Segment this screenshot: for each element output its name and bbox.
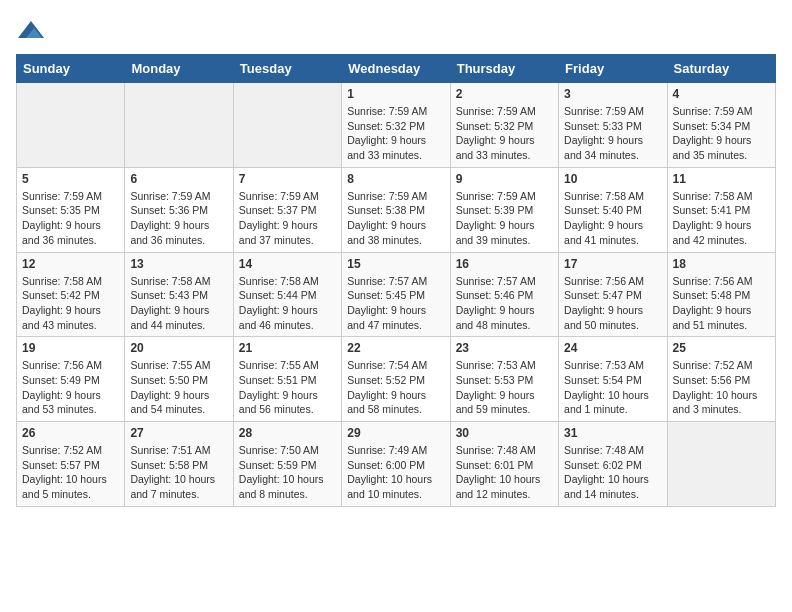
calendar-table: SundayMondayTuesdayWednesdayThursdayFrid… bbox=[16, 54, 776, 507]
calendar-cell: 23Sunrise: 7:53 AM Sunset: 5:53 PM Dayli… bbox=[450, 337, 558, 422]
weekday-header-row: SundayMondayTuesdayWednesdayThursdayFrid… bbox=[17, 55, 776, 83]
day-number: 29 bbox=[347, 426, 444, 440]
day-info: Sunrise: 7:59 AM Sunset: 5:34 PM Dayligh… bbox=[673, 104, 770, 163]
calendar-week-4: 19Sunrise: 7:56 AM Sunset: 5:49 PM Dayli… bbox=[17, 337, 776, 422]
day-number: 4 bbox=[673, 87, 770, 101]
day-number: 25 bbox=[673, 341, 770, 355]
day-info: Sunrise: 7:51 AM Sunset: 5:58 PM Dayligh… bbox=[130, 443, 227, 502]
calendar-cell: 17Sunrise: 7:56 AM Sunset: 5:47 PM Dayli… bbox=[559, 252, 667, 337]
calendar-cell: 9Sunrise: 7:59 AM Sunset: 5:39 PM Daylig… bbox=[450, 167, 558, 252]
day-number: 15 bbox=[347, 257, 444, 271]
day-info: Sunrise: 7:59 AM Sunset: 5:38 PM Dayligh… bbox=[347, 189, 444, 248]
day-info: Sunrise: 7:58 AM Sunset: 5:41 PM Dayligh… bbox=[673, 189, 770, 248]
day-number: 14 bbox=[239, 257, 336, 271]
weekday-header-monday: Monday bbox=[125, 55, 233, 83]
calendar-cell: 24Sunrise: 7:53 AM Sunset: 5:54 PM Dayli… bbox=[559, 337, 667, 422]
day-info: Sunrise: 7:59 AM Sunset: 5:39 PM Dayligh… bbox=[456, 189, 553, 248]
calendar-cell: 4Sunrise: 7:59 AM Sunset: 5:34 PM Daylig… bbox=[667, 83, 775, 168]
weekday-header-saturday: Saturday bbox=[667, 55, 775, 83]
day-number: 23 bbox=[456, 341, 553, 355]
day-info: Sunrise: 7:59 AM Sunset: 5:35 PM Dayligh… bbox=[22, 189, 119, 248]
day-number: 7 bbox=[239, 172, 336, 186]
day-number: 17 bbox=[564, 257, 661, 271]
day-info: Sunrise: 7:59 AM Sunset: 5:32 PM Dayligh… bbox=[347, 104, 444, 163]
day-number: 18 bbox=[673, 257, 770, 271]
day-info: Sunrise: 7:59 AM Sunset: 5:33 PM Dayligh… bbox=[564, 104, 661, 163]
calendar-cell bbox=[125, 83, 233, 168]
calendar-cell: 12Sunrise: 7:58 AM Sunset: 5:42 PM Dayli… bbox=[17, 252, 125, 337]
day-info: Sunrise: 7:59 AM Sunset: 5:37 PM Dayligh… bbox=[239, 189, 336, 248]
calendar-cell: 25Sunrise: 7:52 AM Sunset: 5:56 PM Dayli… bbox=[667, 337, 775, 422]
day-number: 19 bbox=[22, 341, 119, 355]
day-number: 8 bbox=[347, 172, 444, 186]
weekday-header-friday: Friday bbox=[559, 55, 667, 83]
calendar-week-5: 26Sunrise: 7:52 AM Sunset: 5:57 PM Dayli… bbox=[17, 422, 776, 507]
calendar-cell: 14Sunrise: 7:58 AM Sunset: 5:44 PM Dayli… bbox=[233, 252, 341, 337]
calendar-cell: 11Sunrise: 7:58 AM Sunset: 5:41 PM Dayli… bbox=[667, 167, 775, 252]
calendar-cell: 10Sunrise: 7:58 AM Sunset: 5:40 PM Dayli… bbox=[559, 167, 667, 252]
day-number: 28 bbox=[239, 426, 336, 440]
day-info: Sunrise: 7:56 AM Sunset: 5:47 PM Dayligh… bbox=[564, 274, 661, 333]
calendar-cell bbox=[17, 83, 125, 168]
calendar-cell: 30Sunrise: 7:48 AM Sunset: 6:01 PM Dayli… bbox=[450, 422, 558, 507]
calendar-cell: 8Sunrise: 7:59 AM Sunset: 5:38 PM Daylig… bbox=[342, 167, 450, 252]
day-number: 1 bbox=[347, 87, 444, 101]
day-number: 10 bbox=[564, 172, 661, 186]
calendar-cell: 20Sunrise: 7:55 AM Sunset: 5:50 PM Dayli… bbox=[125, 337, 233, 422]
day-info: Sunrise: 7:54 AM Sunset: 5:52 PM Dayligh… bbox=[347, 358, 444, 417]
day-info: Sunrise: 7:57 AM Sunset: 5:46 PM Dayligh… bbox=[456, 274, 553, 333]
day-info: Sunrise: 7:48 AM Sunset: 6:02 PM Dayligh… bbox=[564, 443, 661, 502]
weekday-header-tuesday: Tuesday bbox=[233, 55, 341, 83]
calendar-cell: 6Sunrise: 7:59 AM Sunset: 5:36 PM Daylig… bbox=[125, 167, 233, 252]
day-number: 30 bbox=[456, 426, 553, 440]
day-info: Sunrise: 7:56 AM Sunset: 5:48 PM Dayligh… bbox=[673, 274, 770, 333]
calendar-cell: 19Sunrise: 7:56 AM Sunset: 5:49 PM Dayli… bbox=[17, 337, 125, 422]
calendar-cell: 1Sunrise: 7:59 AM Sunset: 5:32 PM Daylig… bbox=[342, 83, 450, 168]
day-info: Sunrise: 7:55 AM Sunset: 5:51 PM Dayligh… bbox=[239, 358, 336, 417]
weekday-header-thursday: Thursday bbox=[450, 55, 558, 83]
page-header bbox=[16, 16, 776, 46]
day-info: Sunrise: 7:53 AM Sunset: 5:54 PM Dayligh… bbox=[564, 358, 661, 417]
day-number: 22 bbox=[347, 341, 444, 355]
day-number: 11 bbox=[673, 172, 770, 186]
calendar-cell: 29Sunrise: 7:49 AM Sunset: 6:00 PM Dayli… bbox=[342, 422, 450, 507]
day-number: 31 bbox=[564, 426, 661, 440]
calendar-week-2: 5Sunrise: 7:59 AM Sunset: 5:35 PM Daylig… bbox=[17, 167, 776, 252]
day-number: 3 bbox=[564, 87, 661, 101]
calendar-cell: 13Sunrise: 7:58 AM Sunset: 5:43 PM Dayli… bbox=[125, 252, 233, 337]
day-number: 20 bbox=[130, 341, 227, 355]
day-info: Sunrise: 7:59 AM Sunset: 5:32 PM Dayligh… bbox=[456, 104, 553, 163]
day-number: 27 bbox=[130, 426, 227, 440]
calendar-cell: 28Sunrise: 7:50 AM Sunset: 5:59 PM Dayli… bbox=[233, 422, 341, 507]
calendar-cell: 18Sunrise: 7:56 AM Sunset: 5:48 PM Dayli… bbox=[667, 252, 775, 337]
calendar-week-1: 1Sunrise: 7:59 AM Sunset: 5:32 PM Daylig… bbox=[17, 83, 776, 168]
day-number: 9 bbox=[456, 172, 553, 186]
logo bbox=[16, 16, 50, 46]
day-info: Sunrise: 7:49 AM Sunset: 6:00 PM Dayligh… bbox=[347, 443, 444, 502]
day-info: Sunrise: 7:55 AM Sunset: 5:50 PM Dayligh… bbox=[130, 358, 227, 417]
calendar-cell: 3Sunrise: 7:59 AM Sunset: 5:33 PM Daylig… bbox=[559, 83, 667, 168]
calendar-cell: 26Sunrise: 7:52 AM Sunset: 5:57 PM Dayli… bbox=[17, 422, 125, 507]
day-info: Sunrise: 7:58 AM Sunset: 5:43 PM Dayligh… bbox=[130, 274, 227, 333]
day-info: Sunrise: 7:52 AM Sunset: 5:56 PM Dayligh… bbox=[673, 358, 770, 417]
weekday-header-sunday: Sunday bbox=[17, 55, 125, 83]
day-info: Sunrise: 7:58 AM Sunset: 5:42 PM Dayligh… bbox=[22, 274, 119, 333]
day-number: 24 bbox=[564, 341, 661, 355]
calendar-cell: 22Sunrise: 7:54 AM Sunset: 5:52 PM Dayli… bbox=[342, 337, 450, 422]
day-info: Sunrise: 7:52 AM Sunset: 5:57 PM Dayligh… bbox=[22, 443, 119, 502]
day-number: 16 bbox=[456, 257, 553, 271]
calendar-cell: 31Sunrise: 7:48 AM Sunset: 6:02 PM Dayli… bbox=[559, 422, 667, 507]
calendar-cell: 21Sunrise: 7:55 AM Sunset: 5:51 PM Dayli… bbox=[233, 337, 341, 422]
day-info: Sunrise: 7:57 AM Sunset: 5:45 PM Dayligh… bbox=[347, 274, 444, 333]
calendar-cell: 27Sunrise: 7:51 AM Sunset: 5:58 PM Dayli… bbox=[125, 422, 233, 507]
day-number: 2 bbox=[456, 87, 553, 101]
calendar-cell bbox=[233, 83, 341, 168]
day-number: 12 bbox=[22, 257, 119, 271]
day-number: 21 bbox=[239, 341, 336, 355]
day-info: Sunrise: 7:58 AM Sunset: 5:40 PM Dayligh… bbox=[564, 189, 661, 248]
calendar-cell bbox=[667, 422, 775, 507]
day-number: 26 bbox=[22, 426, 119, 440]
day-info: Sunrise: 7:56 AM Sunset: 5:49 PM Dayligh… bbox=[22, 358, 119, 417]
day-info: Sunrise: 7:58 AM Sunset: 5:44 PM Dayligh… bbox=[239, 274, 336, 333]
calendar-cell: 15Sunrise: 7:57 AM Sunset: 5:45 PM Dayli… bbox=[342, 252, 450, 337]
